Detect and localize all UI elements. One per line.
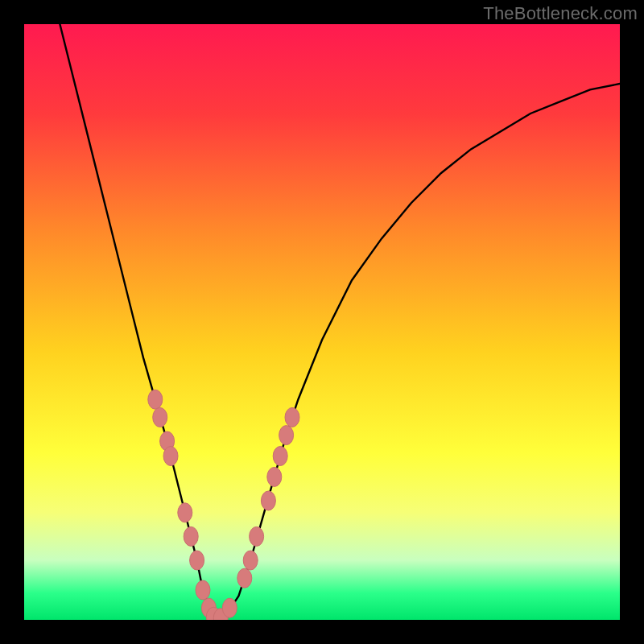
data-marker (243, 551, 258, 570)
data-marker (184, 526, 198, 546)
watermark-text: TheBottleneck.com (483, 3, 638, 24)
data-marker (267, 467, 282, 486)
data-marker (190, 551, 204, 570)
data-marker (196, 580, 210, 600)
chart-frame: TheBottleneck.com (0, 0, 644, 644)
data-marker (285, 407, 299, 427)
data-marker (261, 491, 275, 510)
plot-area (24, 24, 620, 620)
data-marker (250, 526, 264, 546)
data-marker (153, 407, 167, 427)
bottleneck-curve (60, 24, 620, 620)
data-marker (273, 447, 287, 466)
data-marker (237, 568, 252, 588)
data-marker (279, 426, 294, 445)
data-marker (163, 447, 178, 466)
data-marker (148, 390, 163, 409)
data-marker (222, 598, 237, 617)
curve-layer (24, 24, 620, 620)
data-markers (148, 390, 299, 620)
data-marker (178, 503, 192, 522)
